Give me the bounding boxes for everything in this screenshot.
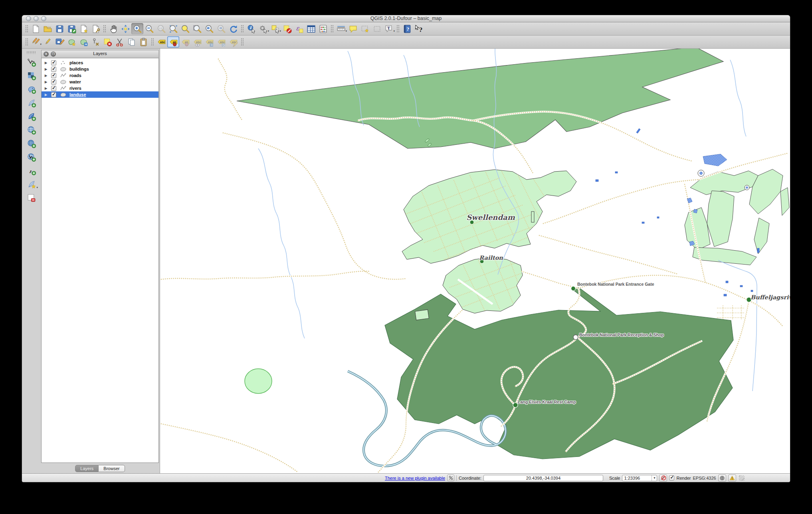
new-bookmark-button[interactable]	[359, 23, 371, 34]
expand-arrow-icon[interactable]: ▶	[45, 80, 49, 84]
measure-button[interactable]: ▾	[335, 23, 347, 34]
feature-action-button[interactable]: ▾	[257, 23, 269, 34]
toolbar-grip[interactable]	[330, 24, 334, 33]
add-postgis-layer-button[interactable]	[24, 82, 38, 96]
title-bar[interactable]: QGIS 2.0.1-Dufour – basic_map	[22, 15, 790, 22]
stop-render-icon[interactable]	[659, 474, 667, 482]
paste-features-button[interactable]	[137, 36, 149, 47]
zoom-last-button[interactable]	[203, 23, 215, 34]
attribute-table-button[interactable]	[305, 23, 317, 34]
add-raster-layer-button[interactable]	[24, 69, 38, 82]
expand-arrow-icon[interactable]: ▶	[45, 87, 49, 90]
identify-button[interactable]: i	[245, 23, 257, 34]
move-feature-button[interactable]	[77, 36, 89, 47]
text-annotation-button[interactable]: T▾	[383, 23, 395, 34]
layer-row-places[interactable]: ▶places	[42, 59, 158, 66]
copy-features-button[interactable]	[125, 36, 137, 47]
deselect-features-button[interactable]	[281, 23, 293, 34]
chevron-down-icon[interactable]: ▾	[36, 186, 38, 189]
map-tips-button[interactable]	[347, 23, 359, 34]
toolbar-grip[interactable]	[151, 38, 154, 46]
pan-map-button[interactable]	[107, 23, 119, 34]
save-project-as-button[interactable]	[65, 23, 77, 34]
panel-tab-browser[interactable]: Browser	[99, 465, 125, 472]
save-layer-edits-button[interactable]	[53, 36, 65, 47]
toolbar-grip[interactable]	[26, 51, 36, 54]
add-wfs-layer-button[interactable]	[24, 150, 38, 164]
add-vector-layer-button[interactable]	[24, 55, 38, 69]
layer-visibility-checkbox[interactable]	[51, 86, 56, 91]
expand-arrow-icon[interactable]: ▶	[45, 67, 49, 71]
new-print-composer-button[interactable]	[77, 23, 89, 34]
refresh-button[interactable]	[227, 23, 239, 34]
plugin-link[interactable]: There is a new plugin available	[385, 476, 445, 480]
coordinate-input[interactable]: 20.4398,-34.0394	[483, 475, 603, 481]
labeling-options-button[interactable]: abc	[155, 36, 167, 47]
toolbar-grip[interactable]	[396, 24, 400, 33]
zoom-to-selection-button[interactable]	[179, 23, 191, 34]
select-features-button[interactable]: ▾	[269, 23, 281, 34]
chevron-down-icon[interactable]: ▾	[393, 30, 395, 33]
delete-selected-button[interactable]	[101, 36, 113, 47]
layer-row-roads[interactable]: ▶roads	[42, 72, 158, 79]
zoom-full-button[interactable]	[167, 23, 179, 34]
select-by-expression-button[interactable]: ε	[293, 23, 305, 34]
add-wcs-layer-button[interactable]	[24, 136, 38, 150]
show-bookmarks-button[interactable]	[371, 23, 383, 34]
layer-row-rivers[interactable]: ▶rivers	[42, 85, 158, 91]
add-feature-button[interactable]	[65, 36, 77, 47]
panel-tab-layers[interactable]: Layers	[75, 465, 99, 472]
layer-visibility-checkbox[interactable]	[51, 79, 56, 85]
add-delimited-text-layer-button[interactable]: ,	[24, 164, 38, 177]
add-wms-layer-button[interactable]	[24, 123, 38, 136]
expand-arrow-icon[interactable]: ▶	[45, 74, 49, 77]
toggle-editing-button[interactable]	[42, 36, 53, 47]
toolbar-grip[interactable]	[103, 24, 106, 33]
zoom-next-button[interactable]	[215, 23, 227, 34]
map-canvas[interactable]: SwellendamRailtonBuffeljagsrivierBontebo…	[160, 49, 790, 473]
label-rotate-button[interactable]: abc	[215, 36, 227, 47]
new-shapefile-layer-button[interactable]: ▾	[24, 177, 38, 191]
expand-arrow-icon[interactable]: ▶	[45, 93, 49, 97]
current-edits-button[interactable]: ▾	[30, 36, 42, 47]
zoom-out-button[interactable]	[143, 23, 155, 34]
whats-this-button[interactable]: ?	[413, 23, 425, 34]
open-project-button[interactable]	[42, 23, 53, 34]
label-properties-button[interactable]: abc	[227, 36, 239, 47]
toolbar-grip[interactable]	[25, 24, 28, 33]
cut-features-button[interactable]	[113, 36, 125, 47]
node-tool-button[interactable]	[89, 36, 101, 47]
layer-visibility-checkbox[interactable]	[51, 60, 56, 65]
messages-warning-icon[interactable]	[728, 474, 736, 482]
layer-visibility-checkbox[interactable]	[51, 92, 56, 97]
zoom-to-layer-button[interactable]	[191, 23, 203, 34]
add-mssql-layer-button[interactable]	[24, 109, 38, 123]
layer-row-landuse[interactable]: ▶landuse	[42, 91, 158, 98]
label-show-hide-button[interactable]: abc	[191, 36, 203, 47]
help-contents-button[interactable]: ?	[401, 23, 413, 34]
field-calculator-button[interactable]	[317, 23, 329, 34]
layer-visibility-checkbox[interactable]	[51, 67, 56, 72]
render-checkbox[interactable]	[669, 475, 674, 480]
toolbar-grip[interactable]	[25, 38, 28, 46]
label-pin-unpin-button[interactable]: ab	[179, 36, 191, 47]
label-move-button[interactable]: abc	[203, 36, 215, 47]
zoom-native-button[interactable]: 1:1	[155, 23, 167, 34]
plugin-icon[interactable]	[447, 474, 454, 481]
layer-row-buildings[interactable]: ▶buildings	[42, 66, 158, 72]
label-pin-button[interactable]: ab	[167, 36, 179, 47]
pan-to-selection-button[interactable]	[119, 23, 131, 34]
crs-status-icon[interactable]	[718, 474, 726, 482]
composer-manager-button[interactable]	[89, 23, 101, 34]
save-project-button[interactable]	[53, 23, 65, 34]
toolbar-grip[interactable]	[240, 38, 244, 46]
add-spatialite-layer-button[interactable]	[24, 96, 38, 109]
scale-combo[interactable]: 1:23396 ▼	[622, 475, 657, 481]
new-project-button[interactable]	[30, 23, 42, 34]
zoom-in-button[interactable]	[131, 23, 143, 34]
layer-visibility-checkbox[interactable]	[51, 73, 56, 78]
expand-arrow-icon[interactable]: ▶	[45, 61, 49, 65]
layer-row-water[interactable]: ▶water	[42, 79, 158, 85]
chevron-down-icon[interactable]: ▼	[652, 475, 657, 481]
resize-grip[interactable]	[739, 475, 745, 481]
